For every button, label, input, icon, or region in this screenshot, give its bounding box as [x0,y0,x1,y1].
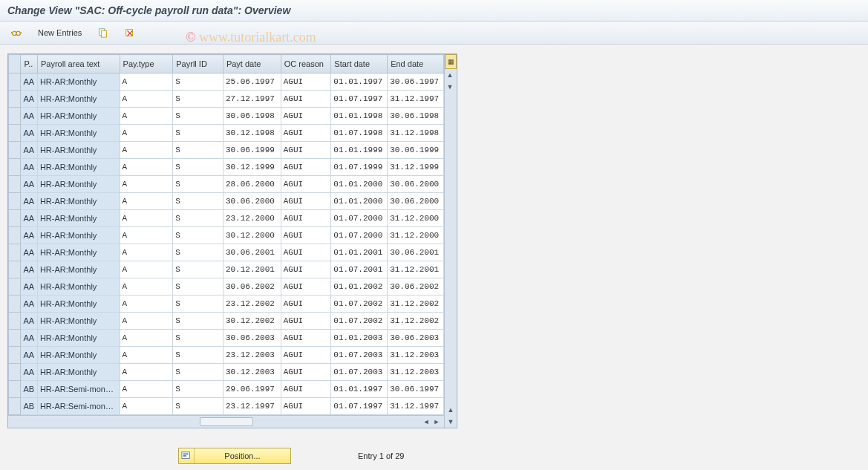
cell-oc-reason[interactable]: AGUI [281,210,331,227]
cell-start-date[interactable]: 01.01.1998 [331,108,388,125]
col-p[interactable]: P.. [21,55,38,74]
table-row[interactable]: AAHR-AR:MonthlyAS30.12.2000AGUI01.07.200… [9,227,444,244]
col-payrll-id[interactable]: Payrll ID [173,55,223,74]
cell-payrll-id[interactable]: S [173,313,223,330]
cell-oc-reason[interactable]: AGUI [281,313,331,330]
cell-end-date[interactable]: 30.06.2000 [388,176,444,193]
cell-payt-date[interactable]: 30.12.1999 [223,159,281,176]
table-row[interactable]: ABHR-AR:Semi-mon…AS29.06.1997AGUI01.01.1… [9,381,444,398]
cell-payrll-id[interactable]: S [173,74,223,91]
table-row[interactable]: AAHR-AR:MonthlyAS30.12.1999AGUI01.07.199… [9,159,444,176]
cell-pay-type[interactable]: A [120,244,173,261]
cell-payt-date[interactable]: 30.06.2002 [223,278,281,296]
cell-payrll-id[interactable]: S [173,210,223,227]
cell-end-date[interactable]: 30.06.2002 [388,278,444,296]
scroll-down-button[interactable]: ▼ [445,81,455,93]
cell-end-date[interactable]: 30.06.1997 [388,74,444,91]
cell-payt-date[interactable]: 30.12.2002 [223,313,281,330]
cell-pay-type[interactable]: A [120,74,173,91]
cell-payt-date[interactable]: 23.12.2002 [223,296,281,313]
cell-end-date[interactable]: 30.06.2003 [388,330,444,347]
cell-payt-date[interactable]: 27.12.1997 [223,91,281,108]
cell-oc-reason[interactable]: AGUI [281,347,331,364]
cell-start-date[interactable]: 01.01.1997 [331,381,388,398]
table-row[interactable]: AAHR-AR:MonthlyAS23.12.2003AGUI01.07.200… [9,347,444,364]
scroll-left-icon[interactable]: ◄ [422,417,431,426]
row-selector[interactable] [9,91,21,108]
cell-payrll-id[interactable]: S [173,159,223,176]
cell-pay-type[interactable]: A [120,296,173,313]
cell-end-date[interactable]: 30.06.1998 [388,108,444,125]
cell-pay-type[interactable]: A [120,91,173,108]
cell-pay-type[interactable]: A [120,381,173,398]
cell-pay-type[interactable]: A [120,347,173,364]
cell-start-date[interactable]: 01.07.1999 [331,159,388,176]
cell-payt-date[interactable]: 30.06.1998 [223,108,281,125]
scroll-up-button[interactable]: ▲ [445,69,455,81]
cell-oc-reason[interactable]: AGUI [281,91,331,108]
cell-payrll-id[interactable]: S [173,364,223,381]
cell-pay-type[interactable]: A [120,313,173,330]
scroll-thumb[interactable] [200,417,253,426]
cell-payrll-id[interactable]: S [173,347,223,364]
cell-start-date[interactable]: 01.07.2002 [331,313,388,330]
table-row[interactable]: AAHR-AR:MonthlyAS30.06.2001AGUI01.01.200… [9,244,444,261]
cell-payrll-id[interactable]: S [173,142,223,159]
cell-payt-date[interactable]: 30.06.2001 [223,244,281,261]
cell-payrll-id[interactable]: S [173,91,223,108]
cell-start-date[interactable]: 01.01.2001 [331,244,388,261]
table-row[interactable]: AAHR-AR:MonthlyAS27.12.1997AGUI01.07.199… [9,91,444,108]
cell-pay-type[interactable]: A [120,159,173,176]
new-entries-button[interactable]: New Entries [33,27,87,39]
row-selector[interactable] [9,278,21,296]
col-select-all[interactable] [9,55,21,74]
cell-start-date[interactable]: 01.07.2000 [331,210,388,227]
row-selector[interactable] [9,261,21,278]
cell-pay-type[interactable]: A [120,142,173,159]
cell-start-date[interactable]: 01.01.2000 [331,176,388,193]
col-area-text[interactable]: Payroll area text [37,55,120,74]
cell-payrll-id[interactable]: S [173,193,223,210]
col-start-date[interactable]: Start date [331,55,388,74]
cell-pay-type[interactable]: A [120,176,173,193]
cell-payt-date[interactable]: 23.12.2000 [223,210,281,227]
cell-pay-type[interactable]: A [120,364,173,381]
row-selector[interactable] [9,313,21,330]
cell-payt-date[interactable]: 30.12.1998 [223,125,281,142]
cell-oc-reason[interactable]: AGUI [281,108,331,125]
cell-payrll-id[interactable]: S [173,125,223,142]
cell-oc-reason[interactable]: AGUI [281,244,331,261]
cell-start-date[interactable]: 01.07.2000 [331,227,388,244]
table-row[interactable]: AAHR-AR:MonthlyAS28.06.2000AGUI01.01.200… [9,176,444,193]
cell-payrll-id[interactable]: S [173,227,223,244]
cell-payt-date[interactable]: 25.06.1997 [223,74,281,91]
row-selector[interactable] [9,296,21,313]
cell-payt-date[interactable]: 29.06.1997 [223,381,281,398]
cell-end-date[interactable]: 31.12.2003 [388,364,444,381]
cell-oc-reason[interactable]: AGUI [281,159,331,176]
table-row[interactable]: AAHR-AR:MonthlyAS30.06.2002AGUI01.01.200… [9,278,444,296]
cell-end-date[interactable]: 31.12.2003 [388,347,444,364]
cell-pay-type[interactable]: A [120,330,173,347]
cell-payt-date[interactable]: 30.06.2000 [223,193,281,210]
cell-start-date[interactable]: 01.07.1998 [331,125,388,142]
cell-payrll-id[interactable]: S [173,244,223,261]
cell-oc-reason[interactable]: AGUI [281,125,331,142]
horizontal-scrollbar[interactable]: ◄ ► [8,415,444,428]
cell-payrll-id[interactable]: S [173,176,223,193]
copy-button[interactable] [93,26,114,39]
cell-pay-type[interactable]: A [120,193,173,210]
table-settings-button[interactable]: ▦ [445,54,457,69]
cell-oc-reason[interactable]: AGUI [281,330,331,347]
row-selector[interactable] [9,210,21,227]
cell-pay-type[interactable]: A [120,261,173,278]
cell-end-date[interactable]: 31.12.1997 [388,398,444,415]
cell-pay-type[interactable]: A [120,227,173,244]
table-row[interactable]: AAHR-AR:MonthlyAS30.06.1999AGUI01.01.199… [9,142,444,159]
row-selector[interactable] [9,159,21,176]
cell-start-date[interactable]: 01.07.2001 [331,261,388,278]
cell-end-date[interactable]: 31.12.1999 [388,159,444,176]
cell-start-date[interactable]: 01.07.1997 [331,398,388,415]
cell-oc-reason[interactable]: AGUI [281,381,331,398]
cell-end-date[interactable]: 30.06.2001 [388,244,444,261]
